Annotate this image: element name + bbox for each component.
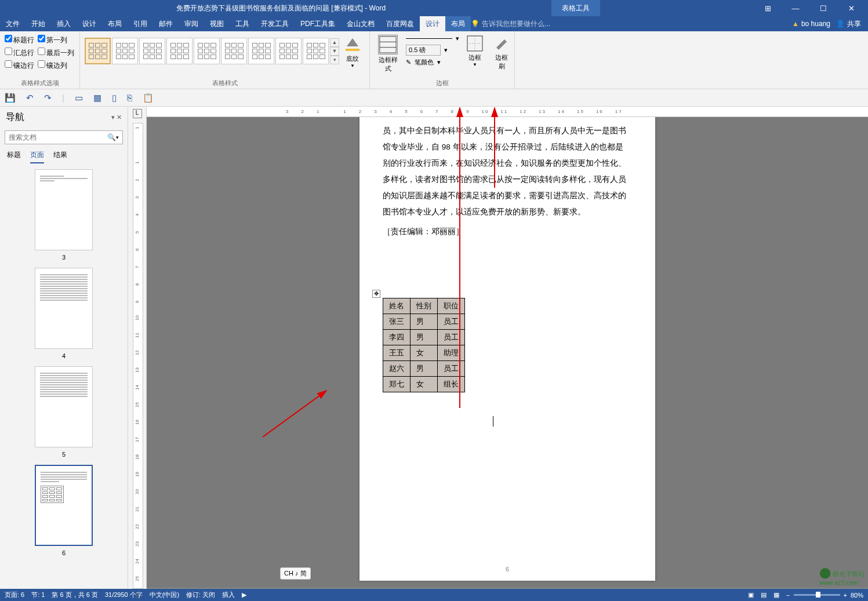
nav-close-icon[interactable]: ✕: [117, 114, 122, 121]
menu-tools[interactable]: 工具: [230, 16, 255, 31]
table-icon[interactable]: ▦: [93, 93, 101, 103]
menu-pdf[interactable]: PDF工具集: [295, 16, 341, 31]
zoom-out-icon[interactable]: −: [786, 592, 790, 599]
document-table[interactable]: 姓名 性别 职位 张三男员工 李四男员工 王五女助理 赵六男员工 郑七女组长: [383, 298, 465, 392]
table-style-7[interactable]: [248, 38, 274, 64]
nav-search-box[interactable]: 🔍▾: [5, 130, 123, 144]
maximize-button[interactable]: ☐: [815, 4, 832, 13]
table-style-6[interactable]: [221, 38, 247, 64]
thumb-page-6[interactable]: [35, 465, 93, 546]
copy-icon[interactable]: ⎘: [127, 93, 132, 103]
nav-dropdown-icon[interactable]: ▾: [111, 114, 115, 121]
zoom-in-icon[interactable]: +: [844, 592, 847, 599]
close-button[interactable]: ✕: [842, 4, 860, 13]
text-line: 图书馆本专业人才，以适应免费开放的新形势、新要求。: [383, 204, 632, 220]
table-style-1[interactable]: [85, 38, 111, 64]
menu-references[interactable]: 引用: [128, 16, 153, 31]
menu-home[interactable]: 开始: [26, 16, 51, 31]
menu-layout[interactable]: 布局: [102, 16, 128, 31]
table-header-cell[interactable]: 性别: [411, 298, 438, 314]
opt-banded-row[interactable]: 镶边行: [5, 59, 34, 72]
nav-tab-headings[interactable]: 标题: [7, 150, 21, 163]
table-style-5[interactable]: [194, 38, 220, 64]
search-icon[interactable]: 🔍: [107, 133, 116, 141]
status-record-icon[interactable]: ▶: [242, 591, 246, 599]
status-section[interactable]: 节: 1: [31, 591, 45, 599]
zoom-slider[interactable]: [794, 594, 840, 596]
save-icon[interactable]: 💾: [5, 93, 16, 103]
paste-icon[interactable]: 📋: [143, 93, 154, 103]
tell-me-search[interactable]: 💡 告诉我您想要做什么...: [471, 19, 550, 29]
horizontal-ruler[interactable]: 3211234567891011121314151617: [147, 107, 868, 117]
table-style-8[interactable]: [275, 38, 302, 64]
opt-banded-col[interactable]: 镶边列: [38, 59, 74, 72]
view-web-icon[interactable]: ▦: [773, 591, 779, 599]
tab-selector[interactable]: L: [133, 109, 142, 118]
chevron-down-icon[interactable]: ▾: [116, 134, 119, 140]
menu-jinshan[interactable]: 金山文档: [341, 16, 380, 31]
menu-review[interactable]: 审阅: [179, 16, 204, 31]
borders-button[interactable]: 边框 ▼: [464, 34, 486, 67]
table-header-cell[interactable]: 姓名: [383, 298, 411, 314]
status-page-of[interactable]: 第 6 页，共 6 页: [52, 591, 97, 599]
minimize-button[interactable]: —: [787, 4, 804, 13]
border-painter-button[interactable]: 边框刷: [491, 34, 513, 71]
table-styles-gallery[interactable]: ▲ ▼ ▾ 底纹 ▼: [85, 34, 365, 68]
styles-down-icon[interactable]: ▼: [330, 47, 339, 56]
pen-icon: ✎: [406, 59, 411, 66]
editor-credit: ［责任编辑：邓丽丽］: [383, 224, 632, 240]
table-style-3[interactable]: [139, 38, 165, 64]
nav-tab-pages[interactable]: 页面: [30, 150, 44, 163]
status-track[interactable]: 修订: 关闭: [186, 591, 215, 599]
menu-table-design[interactable]: 设计: [420, 16, 445, 31]
ime-indicator[interactable]: CH ♪ 简: [280, 567, 311, 580]
undo-icon[interactable]: ↶: [26, 93, 34, 103]
table-style-9[interactable]: [303, 38, 329, 64]
opt-header-row[interactable]: 标题行: [5, 34, 34, 46]
pen-color-select[interactable]: ✎笔颜色▾: [406, 57, 459, 68]
status-language[interactable]: 中文(中国): [150, 591, 179, 599]
redo-icon[interactable]: ↷: [44, 93, 52, 103]
menu-dev[interactable]: 开发工具: [255, 16, 295, 31]
status-insert[interactable]: 插入: [222, 591, 235, 599]
view-print-icon[interactable]: ▤: [761, 591, 767, 599]
menu-baidu[interactable]: 百度网盘: [380, 16, 420, 31]
table-move-handle[interactable]: ✥: [372, 290, 380, 298]
opt-first-col[interactable]: 第一列: [38, 34, 74, 46]
opt-total-row[interactable]: 汇总行: [5, 46, 34, 59]
share-button[interactable]: 👤 共享: [836, 19, 861, 29]
menu-table-layout[interactable]: 布局: [445, 16, 471, 31]
menu-design[interactable]: 设计: [77, 16, 102, 31]
border-style-button[interactable]: 边框样式: [375, 34, 401, 73]
document-page[interactable]: 员，其中全日制本科毕业人员只有一人，而且所有人员中无一是图书 馆专业毕业，自 9…: [359, 117, 655, 581]
document-text[interactable]: 员，其中全日制本科毕业人员只有一人，而且所有人员中无一是图书 馆专业毕业，自 9…: [383, 123, 632, 240]
thumb-page-4[interactable]: [35, 268, 93, 349]
opt-last-col[interactable]: 最后一列: [38, 46, 74, 59]
view-read-icon[interactable]: ▣: [748, 591, 754, 599]
vertical-ruler[interactable]: 1123456789101112131415161718192021222324…: [133, 123, 143, 589]
layout-icon[interactable]: ▭: [75, 93, 83, 103]
shading-button[interactable]: 底纹 ▼: [340, 34, 365, 68]
pen-weight-select[interactable]: 0.5 磅▾: [406, 43, 459, 57]
status-page[interactable]: 页面: 6: [5, 591, 24, 599]
styles-up-icon[interactable]: ▲: [330, 38, 339, 47]
styles-more-icon[interactable]: ▾: [330, 56, 339, 64]
thumb-page-3[interactable]: [35, 169, 93, 250]
ribbon-options-icon[interactable]: ⊞: [759, 4, 776, 13]
table-header-cell[interactable]: 职位: [438, 298, 465, 314]
pen-style-select[interactable]: ▾: [406, 34, 459, 43]
menu-insert[interactable]: 插入: [51, 16, 77, 31]
document-scroll[interactable]: 员，其中全日制本科毕业人员只有一人，而且所有人员中无一是图书 馆专业毕业，自 9…: [147, 117, 868, 588]
menu-mailings[interactable]: 邮件: [153, 16, 179, 31]
text-line: 别的行业改行而来，在知识经济社会，知识服务的类型更加个性化、: [383, 155, 632, 172]
table-style-4[interactable]: [166, 38, 193, 64]
menu-file[interactable]: 文件: [0, 16, 26, 31]
nav-tab-results[interactable]: 结果: [53, 150, 67, 163]
menu-view[interactable]: 视图: [204, 16, 230, 31]
thumb-page-5[interactable]: [35, 366, 93, 447]
nav-search-input[interactable]: [9, 133, 107, 141]
page-icon[interactable]: ▯: [112, 93, 117, 103]
zoom-value[interactable]: 80%: [851, 592, 863, 599]
table-style-2[interactable]: [112, 38, 138, 64]
user-account[interactable]: ▲ bo huang: [792, 20, 830, 28]
